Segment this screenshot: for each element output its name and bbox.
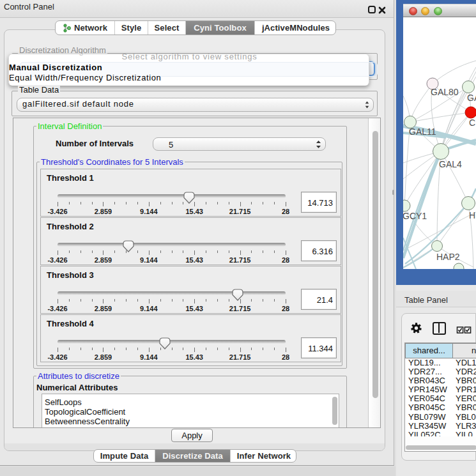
svg-text:GAL4: GAL4 (439, 159, 462, 169)
svg-text:GA: GA (467, 93, 476, 103)
svg-text:HAP2: HAP2 (436, 252, 460, 262)
svg-text:GCY1: GCY1 (403, 211, 427, 221)
svg-text:GAL80: GAL80 (431, 87, 459, 97)
svg-text:C: C (469, 118, 475, 128)
svg-text:GAL11: GAL11 (409, 127, 436, 137)
svg-text:H: H (469, 210, 475, 220)
